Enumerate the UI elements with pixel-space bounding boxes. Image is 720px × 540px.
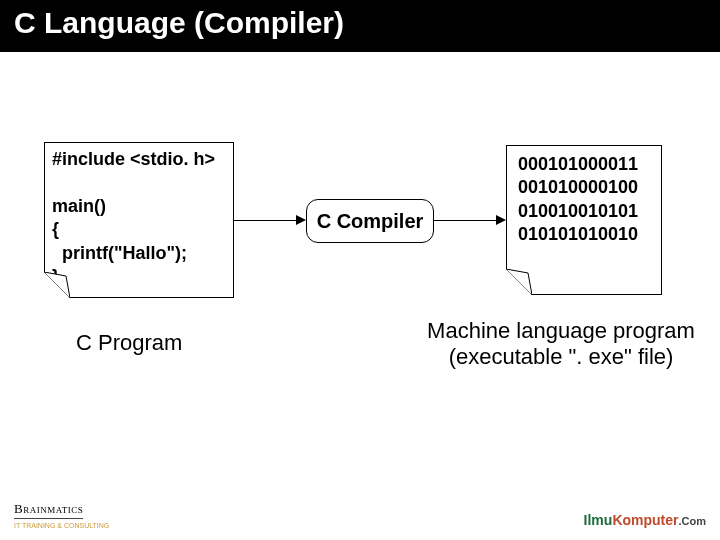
compiler-label: C Compiler [317,210,424,233]
ilmukomputer-logo: IlmuKomputer.Com [584,512,706,528]
machine-language-label: Machine language program (executable ". … [418,318,704,370]
binary-note: 000101000011 001010000100 010010010101 0… [506,145,662,295]
compiler-box: C Compiler [306,199,434,243]
c-program-note: #include <stdio. h> main() { printf("Hal… [44,142,234,298]
binary-code: 000101000011 001010000100 010010010101 0… [518,153,638,247]
slide-title: C Language (Compiler) [14,6,344,40]
c-code: #include <stdio. h> main() { printf("Hal… [52,148,215,288]
c-program-label: C Program [76,330,182,356]
brainmatics-logo: Brainmatics IT TRAINING & CONSULTING [14,501,109,530]
page-fold-icon [44,272,70,298]
slide: C Language (Compiler) #include <stdio. h… [0,0,720,540]
page-fold-icon [506,269,532,295]
